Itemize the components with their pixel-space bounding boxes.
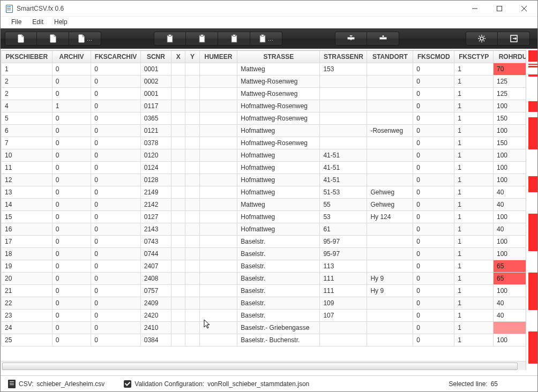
- cell[interactable]: -Rosenweg: [367, 125, 413, 137]
- cell[interactable]: 0120: [140, 149, 171, 162]
- table-row[interactable]: 5000365Hofmattweg-Rosenweg01150: [2, 112, 537, 125]
- cell[interactable]: Gehweg: [367, 199, 413, 211]
- cell[interactable]: [171, 273, 185, 285]
- cell[interactable]: [171, 199, 185, 211]
- cell[interactable]: 0: [413, 334, 454, 346]
- cell[interactable]: Hofmattweg-Rosenweg: [237, 137, 320, 149]
- cell[interactable]: 10: [2, 149, 53, 162]
- column-header[interactable]: STRASSE: [237, 51, 320, 63]
- cell[interactable]: 1: [454, 273, 494, 285]
- cell[interactable]: [199, 63, 237, 76]
- cell[interactable]: [185, 248, 199, 260]
- table-row[interactable]: 6000121Hofmattweg-Rosenweg01100: [2, 125, 537, 137]
- cell[interactable]: 4: [2, 100, 53, 112]
- cell[interactable]: 2410: [140, 322, 171, 334]
- table-row[interactable]: 18000744Baselstr.95-9701100: [2, 248, 537, 260]
- cell[interactable]: 2: [2, 76, 53, 88]
- table-row[interactable]: 14002142Mattweg55Gehweg0140: [2, 199, 537, 211]
- cell[interactable]: 0: [91, 236, 140, 248]
- cell[interactable]: 19: [2, 260, 53, 273]
- cell[interactable]: 107: [320, 310, 367, 322]
- cell[interactable]: [171, 223, 185, 236]
- cell[interactable]: 1: [454, 137, 494, 149]
- cell[interactable]: 0: [91, 149, 140, 162]
- cell[interactable]: 0365: [140, 112, 171, 125]
- column-header[interactable]: STANDORT: [367, 51, 413, 63]
- cell[interactable]: 41-51: [320, 174, 367, 186]
- cell[interactable]: 0: [52, 63, 91, 76]
- cell[interactable]: Hofmattweg: [237, 162, 320, 174]
- cell[interactable]: [320, 112, 367, 125]
- column-header[interactable]: FKSCTYP: [454, 51, 494, 63]
- cell[interactable]: [171, 112, 185, 125]
- cell[interactable]: 113: [320, 260, 367, 273]
- cell[interactable]: [320, 88, 367, 100]
- cell[interactable]: [199, 310, 237, 322]
- cell[interactable]: Hofmattweg: [237, 223, 320, 236]
- new-file-button[interactable]: [5, 32, 37, 46]
- cell[interactable]: 0: [52, 162, 91, 174]
- cell[interactable]: 24: [2, 322, 53, 334]
- table-row[interactable]: 2000001Mattweg-Rosenweg01125: [2, 88, 537, 100]
- cell[interactable]: [199, 285, 237, 297]
- cell[interactable]: 7: [2, 137, 53, 149]
- cell[interactable]: 0: [52, 223, 91, 236]
- cell[interactable]: [199, 76, 237, 88]
- cell[interactable]: 55: [320, 199, 367, 211]
- cell[interactable]: 0: [91, 76, 140, 88]
- cell[interactable]: 25: [2, 334, 53, 346]
- cell[interactable]: 0: [413, 186, 454, 199]
- cell[interactable]: 0: [91, 125, 140, 137]
- table-row[interactable]: 12000128Hofmattweg41-5101100: [2, 174, 537, 186]
- cell[interactable]: 1: [454, 88, 494, 100]
- cell[interactable]: Mattweg-Rosenweg: [237, 88, 320, 100]
- cell[interactable]: 2142: [140, 199, 171, 211]
- cell[interactable]: 15: [2, 211, 53, 223]
- cell[interactable]: [199, 223, 237, 236]
- cell[interactable]: Hy 9: [367, 273, 413, 285]
- cell[interactable]: 0384: [140, 334, 171, 346]
- cell[interactable]: 0: [413, 211, 454, 223]
- cell[interactable]: [185, 223, 199, 236]
- cell[interactable]: 2: [2, 88, 53, 100]
- cell[interactable]: 0743: [140, 236, 171, 248]
- cell[interactable]: [171, 297, 185, 310]
- column-header[interactable]: STRASSENR: [320, 51, 367, 63]
- table-row[interactable]: 23002420Baselstr.1070140: [2, 310, 537, 322]
- cell[interactable]: 0: [52, 310, 91, 322]
- cell[interactable]: [171, 285, 185, 297]
- cell[interactable]: 0: [413, 297, 454, 310]
- cell[interactable]: 1: [454, 236, 494, 248]
- table-row[interactable]: 11000124Hofmattweg41-5101100: [2, 162, 537, 174]
- cell[interactable]: 0001: [140, 63, 171, 76]
- cell[interactable]: [185, 186, 199, 199]
- cell[interactable]: [171, 310, 185, 322]
- cell[interactable]: 0: [52, 236, 91, 248]
- clipboard-button-3[interactable]: [218, 32, 250, 46]
- cell[interactable]: 0: [52, 285, 91, 297]
- cell[interactable]: [171, 211, 185, 223]
- cell[interactable]: 0: [91, 199, 140, 211]
- cell[interactable]: 0128: [140, 174, 171, 186]
- cell[interactable]: 23: [2, 310, 53, 322]
- cell[interactable]: 20: [2, 273, 53, 285]
- cell[interactable]: Hofmattweg: [237, 125, 320, 137]
- cell[interactable]: [171, 236, 185, 248]
- cell[interactable]: [171, 260, 185, 273]
- cell[interactable]: Baselstr.- Buchenstr.: [237, 334, 320, 346]
- cell[interactable]: 0: [413, 322, 454, 334]
- cell[interactable]: [185, 174, 199, 186]
- data-grid[interactable]: PKSCHIEBERARCHIVFKSCARCHIVSCNRXYHUMEERST…: [1, 50, 537, 346]
- cell[interactable]: [185, 149, 199, 162]
- cell[interactable]: [367, 76, 413, 88]
- cell[interactable]: 95-97: [320, 236, 367, 248]
- cell[interactable]: 1: [454, 223, 494, 236]
- clipboard-more-button[interactable]: [250, 32, 282, 46]
- cell[interactable]: 0127: [140, 211, 171, 223]
- cell[interactable]: Mattweg: [237, 199, 320, 211]
- cell[interactable]: 1: [454, 186, 494, 199]
- cell[interactable]: 0: [52, 125, 91, 137]
- cell[interactable]: 95-97: [320, 248, 367, 260]
- cell[interactable]: Gehweg: [367, 186, 413, 199]
- cell[interactable]: 0: [52, 112, 91, 125]
